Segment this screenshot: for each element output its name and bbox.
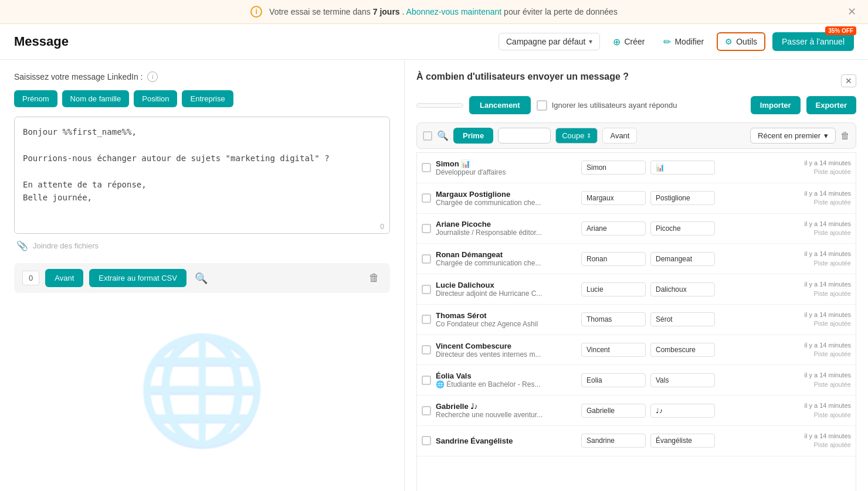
filter-prime-button[interactable]: Prime <box>453 128 493 144</box>
contact-first-name[interactable]: Thomas <box>581 312 646 326</box>
top-banner: i Votre essai se termine dans 7 jours . … <box>0 0 868 24</box>
banner-text-before: Votre essai se termine dans <box>269 7 373 16</box>
contact-last-name[interactable]: 📊 <box>650 161 715 175</box>
contact-status: Piste ajoutée <box>813 260 851 267</box>
contact-last-name[interactable]: Évangéliste <box>650 434 715 448</box>
ignore-row: Ignorer les utilisateurs ayant répondu <box>537 100 745 111</box>
contact-last-name[interactable]: Combescure <box>650 343 715 357</box>
contact-first-name[interactable]: Vincent <box>581 343 646 357</box>
launch-button[interactable]: Lancement <box>469 96 531 114</box>
contact-status: Piste ajoutée <box>813 411 851 418</box>
contact-status: Piste ajoutée <box>813 381 851 388</box>
contact-last-name[interactable]: Dalichoux <box>650 282 715 296</box>
toolbar-search-button[interactable]: 🔍 <box>192 270 210 287</box>
contact-last-name[interactable]: ♩♪ <box>650 404 715 418</box>
modify-button[interactable]: ✏ Modifier <box>657 33 710 51</box>
contact-last-name[interactable]: Vals <box>650 373 715 387</box>
sort-label: Récent en premier <box>758 131 820 140</box>
campaign-name: Campagne par défaut <box>506 37 585 46</box>
section-info-icon: i <box>147 71 158 82</box>
contact-last-name[interactable]: Demangeat <box>650 252 715 266</box>
contact-name: Margaux Postiglione <box>436 190 577 199</box>
extract-csv-button[interactable]: Extraire au format CSV <box>89 269 187 287</box>
row-checkbox[interactable] <box>422 254 431 264</box>
contact-name: Vincent Combescure <box>436 342 577 350</box>
contact-status: Piste ajoutée <box>813 229 851 236</box>
launch-wrapper <box>416 103 463 108</box>
tag-nom-famille[interactable]: Nom de famille <box>62 90 130 107</box>
contact-name: Simon 📊 <box>436 159 577 168</box>
row-checkbox[interactable] <box>422 163 431 172</box>
attach-icon: 📎 <box>16 240 28 251</box>
attach-label: Joindre des fichiers <box>33 241 99 250</box>
contact-time: il y a 14 minutesPiste ajoutée <box>798 311 851 329</box>
upgrade-button[interactable]: 35% OFF Passer à l'annuel <box>772 32 854 51</box>
contact-first-name[interactable]: Simon <box>581 161 646 175</box>
export-button[interactable]: Exporter <box>806 96 856 114</box>
ignore-checkbox[interactable] <box>537 100 547 111</box>
create-button[interactable]: ⊕ Créer <box>607 33 650 51</box>
import-button[interactable]: Importer <box>751 96 801 114</box>
contact-last-name[interactable]: Postiglione <box>650 191 715 205</box>
contact-status: Piste ajoutée <box>813 350 851 357</box>
tools-label: Outils <box>736 37 757 46</box>
banner-text-middle: . <box>400 7 406 16</box>
banner-info-icon: i <box>250 6 262 18</box>
row-checkbox[interactable] <box>422 315 431 324</box>
upgrade-label: Passer à l'annuel <box>782 37 845 46</box>
right-top-bar: Lancement Ignorer les utilisateurs ayant… <box>416 96 856 114</box>
gear-icon: ⚙ <box>725 37 733 46</box>
sort-select[interactable]: Récent en premier ▾ <box>750 128 836 144</box>
contact-time: il y a 14 minutesPiste ajoutée <box>798 371 851 389</box>
close-banner-button[interactable]: ✕ <box>847 5 856 18</box>
modify-label: Modifier <box>674 37 704 46</box>
section-label-text: Saisissez votre message LinkedIn : <box>14 72 143 81</box>
filter-coupe-sort[interactable]: Coupe ⇕ <box>555 128 598 144</box>
table-row: Éolia Vals 🌐 Étudiante en Bachelor - Res… <box>417 365 856 395</box>
contact-title: Directeur adjoint de Hurricane C... <box>436 289 571 298</box>
contact-first-name[interactable]: Lucie <box>581 282 646 296</box>
filter-search-icon[interactable]: 🔍 <box>437 130 449 141</box>
tag-prenom[interactable]: Prénom <box>14 90 57 107</box>
contact-info: Margaux Postiglione Chargée de communica… <box>436 190 577 207</box>
right-close-button[interactable]: ✕ <box>841 74 856 87</box>
tools-button[interactable]: ⚙ Outils <box>717 32 765 51</box>
contacts-table: Simon 📊 Développeur d'affaires Simon 📊 i… <box>416 152 856 491</box>
filter-delete-button[interactable]: 🗑 <box>840 131 850 141</box>
filter-avant-button[interactable]: Avant <box>602 128 637 144</box>
contact-first-name[interactable]: Eolia <box>581 373 646 387</box>
campaign-selector[interactable]: Campagne par défaut ▾ <box>499 33 600 50</box>
message-textarea[interactable] <box>14 117 390 234</box>
row-checkbox[interactable] <box>422 285 431 294</box>
row-checkbox[interactable] <box>422 345 431 354</box>
row-checkbox[interactable] <box>422 436 431 445</box>
chevron-down-icon: ▾ <box>824 131 828 140</box>
row-checkbox[interactable] <box>422 376 431 385</box>
row-checkbox[interactable] <box>422 406 431 415</box>
toolbar-delete-button[interactable]: 🗑 <box>367 270 382 287</box>
row-checkbox[interactable] <box>422 193 431 203</box>
avant-button[interactable]: Avant <box>45 269 83 287</box>
contact-first-name[interactable]: Gabrielle <box>581 404 646 418</box>
banner-link[interactable]: Abonnez-vous maintenant <box>406 7 502 16</box>
filter-select-all[interactable] <box>423 131 432 141</box>
tag-position[interactable]: Position <box>134 90 177 107</box>
contact-status: Piste ajoutée <box>813 290 851 297</box>
header-controls: Campagne par défaut ▾ ⊕ Créer ✏ Modifier… <box>499 32 854 51</box>
contact-first-name[interactable]: Ariane <box>581 221 646 236</box>
row-checkbox[interactable] <box>422 224 431 233</box>
contact-info: Gabrielle ♩♪ Recherche une nouvelle aven… <box>436 402 577 419</box>
contact-info: Éolia Vals 🌐 Étudiante en Bachelor - Res… <box>436 371 577 388</box>
banner-text-after: pour éviter la perte de données <box>501 7 618 16</box>
contact-first-name[interactable]: Margaux <box>581 191 646 205</box>
contact-name: Lucie Dalichoux <box>436 281 577 289</box>
table-row: Thomas Sérot Co Fondateur chez Agence As… <box>417 305 856 335</box>
tag-entreprise[interactable]: Entreprise <box>182 90 233 107</box>
contact-info: Ronan Démangeat Chargée de communication… <box>436 250 577 267</box>
contact-last-name[interactable]: Sérot <box>650 312 715 326</box>
banner-highlight: 7 jours <box>373 7 400 16</box>
contact-first-name[interactable]: Ronan <box>581 252 646 266</box>
contact-last-name[interactable]: Picoche <box>650 221 715 236</box>
filter-coupe-input[interactable] <box>498 128 551 144</box>
contact-first-name[interactable]: Sandrine <box>581 434 646 448</box>
